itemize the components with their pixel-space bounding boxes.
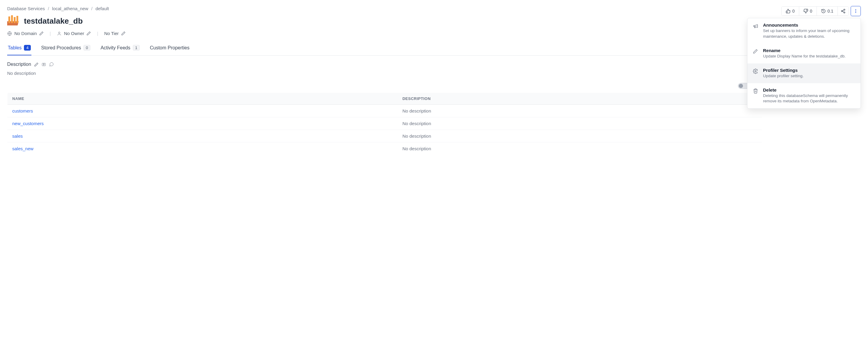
table-description: No description: [398, 117, 762, 130]
pencil-icon[interactable]: [121, 31, 126, 36]
gear-icon: [753, 68, 759, 79]
tab-tables[interactable]: Tables4: [7, 42, 31, 55]
table-name-link[interactable]: sales: [12, 134, 23, 139]
conversation-icon[interactable]: [49, 62, 54, 67]
menu-item-desc: Update Display Name for the testdatalake…: [763, 54, 855, 59]
svg-rect-10: [8, 17, 10, 23]
svg-rect-12: [14, 17, 16, 23]
tab-stored-procedures[interactable]: Stored Procedures0: [40, 42, 91, 55]
svg-rect-11: [11, 15, 13, 23]
thumbs-down-icon: [803, 9, 808, 13]
upvote-count: 0: [792, 9, 795, 13]
separator: |: [50, 31, 51, 36]
menu-item-desc: Update profiler setting.: [763, 73, 855, 79]
table-description: No description: [398, 105, 762, 117]
request-icon[interactable]: ?: [41, 62, 46, 67]
title-row: testdatalake_db: [7, 15, 861, 27]
domain-text: No Domain: [14, 31, 37, 36]
database-schema-icon: [7, 15, 20, 27]
tab-badge: 1: [133, 45, 140, 51]
col-name: NAME: [7, 93, 398, 105]
owner-text: No Owner: [64, 31, 84, 36]
menu-item-title: Delete: [763, 87, 855, 92]
downvote-count: 0: [810, 9, 812, 13]
more-menu-dropdown: AnnouncementsSet up banners to inform yo…: [747, 18, 861, 109]
meta-row: No Domain | No Owner | No Tier: [7, 31, 861, 36]
breadcrumb-separator: /: [91, 6, 92, 11]
description-text: No description: [7, 70, 762, 76]
tab-activity-feeds[interactable]: Activity Feeds1: [100, 42, 140, 55]
tab-label: Stored Procedures: [41, 45, 81, 51]
menu-item-desc: Deleting this databaseSchema will perman…: [763, 93, 855, 105]
pencil-icon[interactable]: [39, 31, 44, 36]
pencil-icon: [753, 48, 759, 59]
svg-point-8: [755, 70, 756, 72]
table-name-link[interactable]: sales_new: [12, 146, 33, 151]
share-button[interactable]: [838, 7, 848, 16]
pencil-icon[interactable]: [34, 62, 39, 67]
table-row: customersNo description: [7, 105, 762, 117]
menu-item-title: Rename: [763, 48, 855, 53]
pencil-icon[interactable]: [87, 31, 91, 36]
svg-line-4: [843, 10, 844, 11]
table-name-link[interactable]: customers: [12, 108, 33, 113]
table-toolbar: Delet: [7, 83, 762, 89]
history-icon: [821, 9, 826, 13]
tables-list: NAME DESCRIPTION customersNo description…: [7, 92, 762, 155]
description-header: Description ?: [7, 62, 762, 67]
table-name-link[interactable]: new_customers: [12, 121, 44, 126]
owner-meta: No Owner: [57, 31, 91, 36]
more-menu-button[interactable]: [851, 6, 861, 16]
col-description: DESCRIPTION: [398, 93, 762, 105]
breadcrumb-link[interactable]: local_athena_new: [52, 6, 88, 11]
table-description: No description: [398, 130, 762, 142]
menu-item-delete[interactable]: DeleteDeleting this databaseSchema will …: [747, 83, 861, 109]
globe-icon: [7, 31, 12, 36]
tab-badge: 0: [84, 45, 90, 51]
table-row: sales_newNo description: [7, 142, 762, 155]
breadcrumb-link[interactable]: default: [95, 6, 109, 11]
tab-label: Custom Properties: [150, 45, 190, 51]
description-label: Description: [7, 62, 31, 67]
table-row: salesNo description: [7, 130, 762, 142]
table-row: new_customersNo description: [7, 117, 762, 130]
tab-badge: 4: [24, 45, 31, 51]
user-icon: [57, 31, 62, 36]
upvote-button[interactable]: 0: [781, 7, 799, 16]
megaphone-icon: [753, 23, 759, 39]
menu-item-title: Announcements: [763, 23, 855, 28]
svg-point-6: [856, 11, 856, 12]
table-description: No description: [398, 142, 762, 155]
menu-item-announcements[interactable]: AnnouncementsSet up banners to inform yo…: [747, 18, 861, 44]
svg-point-2: [844, 12, 845, 13]
menu-item-profiler-settings[interactable]: Profiler SettingsUpdate profiler setting…: [747, 63, 861, 83]
breadcrumb-link[interactable]: Database Services: [7, 6, 45, 11]
more-vertical-icon: [854, 9, 858, 13]
svg-point-16: [58, 32, 60, 33]
menu-item-desc: Set up banners to inform your team of up…: [763, 28, 855, 39]
svg-point-5: [856, 9, 856, 10]
tab-custom-properties[interactable]: Custom Properties: [149, 42, 190, 55]
domain-meta: No Domain: [7, 31, 44, 36]
svg-text:?: ?: [43, 63, 44, 65]
svg-point-1: [841, 10, 843, 12]
vote-version-group: 0 0 0.1: [781, 6, 849, 16]
page-title: testdatalake_db: [24, 17, 83, 26]
tier-meta: No Tier: [104, 31, 125, 36]
tab-label: Activity Feeds: [100, 45, 130, 51]
version-text: 0.1: [828, 9, 833, 13]
share-icon: [841, 9, 845, 13]
tabs: Tables4Stored Procedures0Activity Feeds1…: [7, 42, 861, 56]
trash-icon: [753, 87, 759, 105]
tab-label: Tables: [8, 45, 22, 51]
version-button[interactable]: 0.1: [817, 7, 838, 16]
svg-point-7: [856, 12, 856, 13]
separator: |: [97, 31, 98, 36]
downvote-button[interactable]: 0: [799, 7, 817, 16]
svg-point-0: [844, 9, 845, 10]
breadcrumb-separator: /: [48, 6, 49, 11]
thumbs-up-icon: [786, 9, 790, 13]
tier-text: No Tier: [104, 31, 119, 36]
menu-item-rename[interactable]: RenameUpdate Display Name for the testda…: [747, 44, 861, 63]
action-bar: 0 0 0.1: [781, 6, 861, 16]
